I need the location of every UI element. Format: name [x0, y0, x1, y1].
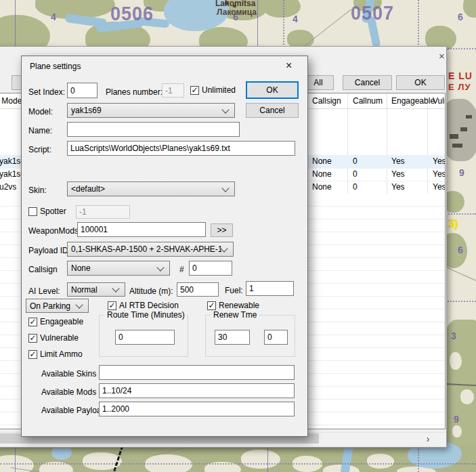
- script-field[interactable]: [67, 141, 295, 156]
- available-payloads-field[interactable]: [99, 402, 295, 416]
- unlimited-checkbox[interactable]: ✓ Unlimited: [190, 85, 236, 95]
- checkbox-box[interactable]: ✓: [28, 350, 37, 359]
- chevron-down-icon: [75, 301, 83, 308]
- town-label-ru: Лакомица: [217, 7, 257, 17]
- altitude-label: Altitude (m):: [129, 286, 173, 296]
- grid-dashed-line: [443, 213, 476, 215]
- ok-button-window[interactable]: OK: [396, 75, 445, 90]
- forest-patch: [463, 0, 476, 18]
- grid-dashed-line: [283, 0, 284, 47]
- fuel-field[interactable]: [246, 281, 294, 296]
- map-grid-cell-label: 0506: [110, 3, 154, 25]
- check-icon: ✓: [29, 351, 36, 358]
- engageable-label: Engageable: [40, 317, 83, 326]
- model-value: yak1s69: [71, 106, 102, 115]
- cancel-button-window[interactable]: Cancel: [343, 75, 392, 90]
- vulnerable-label: Vulnerable: [40, 333, 79, 343]
- column-header-model[interactable]: Model: [0, 93, 24, 108]
- renew-time-groupbox: Renew Tme: [205, 315, 295, 357]
- skin-combobox[interactable]: <default>: [67, 181, 235, 196]
- checkbox-box[interactable]: ✓: [108, 301, 116, 310]
- scroll-right-icon[interactable]: ›: [422, 433, 434, 444]
- building-mark: [452, 144, 462, 148]
- map-grid-number: 4: [293, 14, 298, 24]
- cancel-button[interactable]: Cancel: [246, 103, 299, 118]
- road: [443, 265, 476, 283]
- model-combobox[interactable]: yak1s69: [67, 103, 235, 118]
- payload-id-label: Payload ID:: [28, 246, 70, 255]
- ai-rtb-checkbox[interactable]: ✓ AI RTB Decision: [108, 301, 179, 310]
- callsign-hash-label: #: [179, 265, 184, 274]
- window-close-icon[interactable]: ×: [439, 51, 445, 61]
- column-header-engageable[interactable]: Engageable: [391, 93, 435, 108]
- limit-ammo-label: Limit Ammo: [40, 349, 83, 359]
- renew-time-field-2[interactable]: [264, 330, 288, 345]
- building-mark: [460, 127, 467, 131]
- grid-dashed-line: [446, 48, 476, 49]
- skin-value: <default>: [71, 184, 105, 194]
- waypoint-label: 3): [448, 218, 458, 230]
- name-field[interactable]: [67, 122, 240, 137]
- check-icon: ✓: [191, 87, 198, 93]
- engageable-checkbox[interactable]: ✓ Engageable: [28, 317, 83, 326]
- available-mods-field[interactable]: [99, 383, 295, 398]
- weaponmods-label: WeaponMods:: [28, 226, 81, 236]
- spotter-field: [76, 205, 130, 219]
- check-icon: ✓: [29, 318, 36, 325]
- clearing: [367, 454, 394, 469]
- ai-rtb-label: AI RTB Decision: [119, 301, 179, 310]
- weaponmods-field[interactable]: [77, 222, 206, 237]
- column-header-callsign[interactable]: Callsign: [312, 93, 341, 108]
- checkbox-box[interactable]: ✓: [28, 334, 37, 343]
- checkbox-box[interactable]: ✓: [190, 86, 199, 95]
- altitude-field[interactable]: [177, 282, 219, 297]
- start-mode-combobox[interactable]: On Parking: [26, 299, 89, 313]
- grid-line: [15, 0, 16, 47]
- column-header-vulnerable[interactable]: Vulne: [433, 93, 446, 108]
- map-grid-number: 9: [454, 414, 459, 425]
- grid-line: [15, 447, 16, 472]
- callsign-number-field[interactable]: [189, 261, 232, 276]
- chevron-down-icon: [220, 244, 228, 252]
- grid-line: [267, 447, 268, 472]
- map-grid-number: 9: [459, 167, 464, 178]
- route-time-groupbox: Route Time (Minutes): [99, 315, 188, 357]
- grid-dashed-line: [0, 463, 476, 465]
- building-mark: [450, 134, 458, 139]
- chevron-down-icon: [221, 106, 229, 113]
- map-grid-number: 6: [458, 244, 463, 255]
- route-time-field[interactable]: [115, 330, 175, 345]
- limit-ammo-checkbox[interactable]: ✓ Limit Ammo: [28, 349, 83, 359]
- available-skins-label: Available Skins: [41, 369, 96, 379]
- callsign-combobox[interactable]: None: [67, 261, 170, 276]
- chevron-down-icon: [156, 263, 164, 271]
- renew-time-field-1[interactable]: [215, 330, 250, 345]
- renewable-checkbox[interactable]: ✓ Renewable: [207, 301, 259, 310]
- road: [302, 9, 351, 47]
- ok-button[interactable]: OK: [246, 81, 299, 99]
- planes-number-field: [162, 83, 184, 98]
- set-index-label: Set Index:: [28, 87, 65, 97]
- available-skins-field[interactable]: [99, 365, 295, 380]
- checkbox-box[interactable]: ✓: [207, 301, 216, 310]
- column-header-callnum[interactable]: Callnum: [353, 93, 383, 108]
- checkbox-box[interactable]: [28, 207, 37, 216]
- check-icon: ✓: [108, 302, 115, 309]
- chevron-down-icon: [112, 284, 119, 292]
- spotter-label: Spotter: [40, 207, 66, 216]
- renewable-label: Renewable: [219, 301, 259, 310]
- spotter-checkbox[interactable]: Spotter: [28, 207, 66, 216]
- ai-level-label: AI Level:: [28, 286, 60, 296]
- model-label: Model:: [28, 107, 53, 116]
- grid-dashed-line: [418, 0, 419, 47]
- checkbox-box[interactable]: ✓: [28, 318, 37, 326]
- vulnerable-checkbox[interactable]: ✓ Vulnerable: [28, 333, 79, 343]
- plane-settings-dialog: Plane settings × Set Index: Planes numbe…: [21, 56, 308, 437]
- set-index-field[interactable]: [67, 83, 98, 98]
- dialog-close-icon[interactable]: ×: [286, 60, 292, 71]
- chevron-down-icon: [221, 184, 229, 192]
- ai-level-combobox[interactable]: Normal: [67, 282, 125, 297]
- grid-line: [257, 0, 258, 47]
- payload-id-combobox[interactable]: 0,1-SHKAS-AP-1500 + 2-SHVAK-APHE-120: [67, 242, 234, 257]
- weaponmods-expand-button[interactable]: >>: [211, 223, 233, 237]
